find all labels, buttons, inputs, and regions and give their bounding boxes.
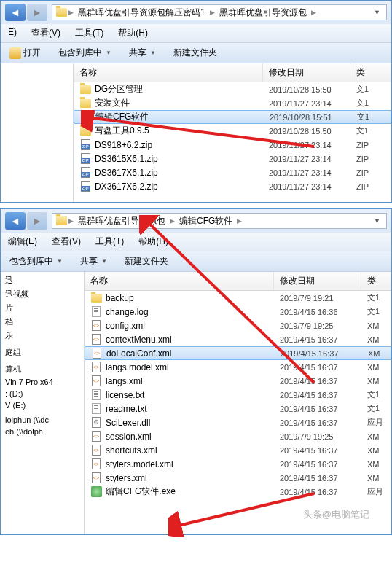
include-button[interactable]: 包含到库中▼ <box>7 254 66 269</box>
col-name[interactable]: 名称 <box>74 63 263 82</box>
breadcrumb[interactable]: 编辑CFG软件 <box>176 215 235 227</box>
explorer-window-2: ◄ ► ▶ 黑群晖优盘引导资源包 ▶ 编辑CFG软件 ▶ ▼ 编辑(E) 查看(… <box>0 208 392 535</box>
file-row[interactable]: DS3617X6.1.zip2019/11/27 23:14ZIP <box>74 165 391 179</box>
file-row[interactable]: DX3617X6.2.zip2019/11/27 23:14ZIP <box>74 179 391 193</box>
chevron-down-icon[interactable]: ▼ <box>371 9 383 16</box>
menu-view[interactable]: 查看(V) <box>28 26 63 41</box>
file-row[interactable]: 编辑CFG软件.exe2019/4/15 16:37应月 <box>85 485 391 499</box>
nav-pane[interactable]: 迅迅视频片档乐庭组算机Vin 7 Pro x64: (D:)V (E:)lolp… <box>1 272 85 534</box>
menu-help[interactable]: 帮助(H) <box>115 26 151 41</box>
nav-back-button[interactable]: ◄ <box>5 212 26 230</box>
file-type: XM <box>361 446 391 455</box>
file-name: shortcuts.xml <box>85 445 274 456</box>
file-row[interactable]: change.log2019/4/15 16:36文1 <box>85 305 391 319</box>
file-row[interactable]: 安装文件2019/11/27 23:14文1 <box>74 96 391 110</box>
breadcrumb[interactable]: 黑群晖优盘引导资源包 <box>75 215 168 227</box>
file-row[interactable]: shortcuts.xml2019/4/15 16:37XM <box>85 443 391 457</box>
menu-view[interactable]: 查看(V) <box>49 234 84 249</box>
address-box[interactable]: ▶ 黑群晖优盘引导资源包 ▶ 编辑CFG软件 ▶ ▼ <box>52 213 387 229</box>
col-type[interactable]: 类 <box>361 272 391 290</box>
file-row[interactable]: backup2019/7/9 19:21文1 <box>85 291 391 305</box>
breadcrumb[interactable]: 黑群晖优盘引导资源包 <box>216 7 310 19</box>
include-button[interactable]: 包含到库中▼ <box>55 45 114 61</box>
file-date: 2019/4/15 16:37 <box>274 460 361 469</box>
file-name: DX3617X6.2.zip <box>74 181 263 192</box>
file-type: 应月 <box>361 417 391 428</box>
menu-tools[interactable]: 工具(T) <box>72 26 106 41</box>
file-row[interactable]: 编辑CFG软件2019/10/28 15:51文1 <box>74 110 391 124</box>
file-row[interactable]: license.txt2019/4/15 16:37文1 <box>85 388 391 402</box>
file-name: DS3617X6.1.zip <box>74 167 263 179</box>
col-date[interactable]: 修改日期 <box>263 63 350 82</box>
share-label: 共享 <box>129 47 146 59</box>
file-type: 文1 <box>350 125 391 136</box>
nav-item[interactable]: 算机 <box>1 362 84 376</box>
nav-item[interactable]: 片 <box>1 301 84 315</box>
nav-forward-button[interactable]: ► <box>27 4 47 21</box>
file-name: 安装文件 <box>74 97 263 109</box>
file-date: 2019/11/27 23:14 <box>263 155 350 163</box>
file-type: 文1 <box>351 112 391 122</box>
exe-icon <box>90 486 102 498</box>
file-row[interactable]: stylers.model.xml2019/4/15 16:37XM <box>85 457 391 471</box>
file-list: DG分区管理2019/10/28 15:50文1安装文件2019/11/27 2… <box>74 82 391 193</box>
chevron-down-icon[interactable]: ▼ <box>371 217 383 225</box>
nav-item[interactable]: 迅 <box>1 273 84 287</box>
nav-item[interactable]: eb (\\dolph <box>1 426 84 437</box>
file-row[interactable]: DG分区管理2019/10/28 15:50文1 <box>74 82 391 96</box>
xml-icon <box>90 445 102 456</box>
column-headers: 名称 修改日期 类 <box>85 272 391 291</box>
zip-icon <box>79 153 91 165</box>
col-name[interactable]: 名称 <box>85 272 274 290</box>
file-row[interactable]: contextMenu.xml2019/4/15 16:37XM <box>85 332 391 346</box>
file-type: XM <box>361 335 391 344</box>
dll-icon <box>90 417 102 429</box>
file-row[interactable]: config.xml2019/7/9 19:25XM <box>85 319 391 332</box>
file-type: ZIP <box>350 141 391 149</box>
nav-pane[interactable] <box>1 63 74 202</box>
file-row[interactable]: doLocalConf.xml2019/4/15 16:37XM <box>85 346 391 360</box>
file-row[interactable]: langs.xml2019/4/15 16:37XM <box>85 374 391 388</box>
nav-item[interactable]: 庭组 <box>1 346 84 359</box>
share-button[interactable]: 共享▼ <box>126 45 159 61</box>
file-row[interactable]: langs.model.xml2019/4/15 16:37XM <box>85 360 391 374</box>
open-button[interactable]: 打开 <box>7 45 44 61</box>
nav-item[interactable]: 乐 <box>1 329 84 343</box>
nav-forward-button[interactable]: ► <box>27 212 47 230</box>
newfolder-button[interactable]: 新建文件夹 <box>122 254 171 269</box>
file-row[interactable]: session.xml2019/7/9 19:25XM <box>85 429 391 443</box>
nav-item[interactable]: V (E:) <box>1 399 84 411</box>
file-name: 编辑CFG软件.exe <box>85 485 274 498</box>
nav-back-button[interactable]: ◄ <box>5 4 26 21</box>
nav-item[interactable]: : (D:) <box>1 388 84 399</box>
file-date: 2019/4/15 16:37 <box>274 446 361 455</box>
chevron-down-icon: ▼ <box>150 50 156 56</box>
menu-edit[interactable]: E) <box>5 26 20 41</box>
menu-edit[interactable]: 编辑(E) <box>5 234 40 249</box>
file-date: 2019/4/15 16:37 <box>274 405 361 413</box>
xml-icon <box>90 431 102 442</box>
nav-item[interactable]: 档 <box>1 315 84 329</box>
nav-item[interactable]: lolphun (\\dc <box>1 414 84 426</box>
file-row[interactable]: SciLexer.dll2019/4/15 16:37应月 <box>85 415 391 429</box>
file-row[interactable]: 写盘工具0.9.52019/10/28 15:50文1 <box>74 124 391 138</box>
file-row[interactable]: DS918+6.2.zip2019/11/27 23:14ZIP <box>74 138 391 152</box>
nav-item[interactable]: 迅视频 <box>1 287 84 301</box>
menu-help[interactable]: 帮助(H) <box>136 234 171 249</box>
file-type: 文1 <box>361 306 391 317</box>
file-name: stylers.xml <box>85 472 274 484</box>
file-row[interactable]: DS3615X6.1.zip2019/11/27 23:14ZIP <box>74 152 391 165</box>
col-date[interactable]: 修改日期 <box>274 272 361 290</box>
address-box[interactable]: ▶ 黑群晖优盘引导资源包解压密码1 ▶ 黑群晖优盘引导资源包 ▶ ▼ <box>52 4 387 20</box>
col-type[interactable]: 类 <box>350 63 391 82</box>
file-date: 2019/7/9 19:21 <box>274 294 361 303</box>
file-list: backup2019/7/9 19:21文1change.log2019/4/1… <box>85 291 391 499</box>
file-row[interactable]: stylers.xml2019/4/15 16:37XM <box>85 471 391 485</box>
share-button[interactable]: 共享▼ <box>77 254 110 269</box>
file-name: langs.model.xml <box>85 362 274 373</box>
nav-item[interactable]: Vin 7 Pro x64 <box>1 376 84 388</box>
file-row[interactable]: readme.txt2019/4/15 16:37文1 <box>85 402 391 415</box>
newfolder-button[interactable]: 新建文件夹 <box>170 45 220 61</box>
breadcrumb[interactable]: 黑群晖优盘引导资源包解压密码1 <box>75 7 208 19</box>
menu-tools[interactable]: 工具(T) <box>93 234 127 249</box>
